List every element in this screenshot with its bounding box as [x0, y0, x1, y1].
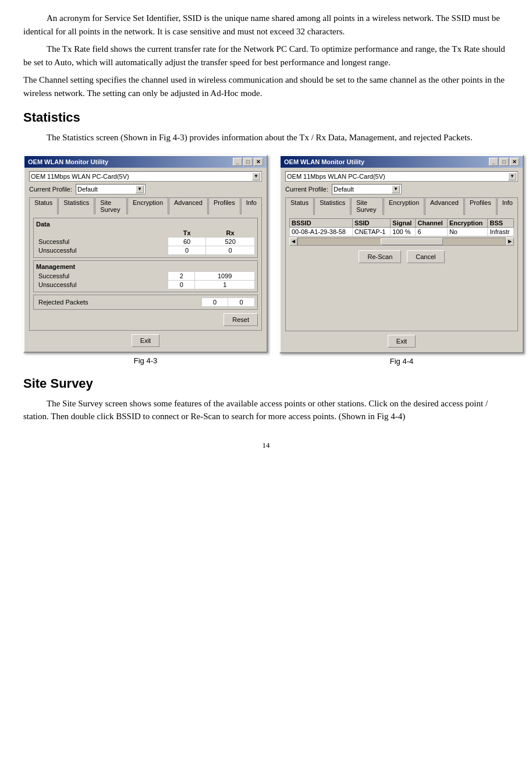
survey-bssid: 00-08-A1-29-38-58 [290, 227, 353, 236]
tab-sitesurvey-fig4[interactable]: Site Survey [351, 197, 383, 215]
tab-info-fig3[interactable]: Info [241, 197, 262, 214]
maximize-button[interactable]: □ [243, 158, 253, 166]
titlebar-buttons-fig4: _ □ ✕ [489, 158, 519, 166]
device-dropdown-fig4[interactable]: OEM 11Mbps WLAN PC-Card(5V) ▼ [285, 171, 518, 182]
exit-button-fig4[interactable]: Exit [388, 335, 416, 348]
table-row: Successful 2 1099 [36, 271, 255, 280]
fig3-tab-content: Data Tx Rx Success [29, 214, 262, 331]
col-encryption: Encryption [447, 218, 488, 227]
tab-status-fig3[interactable]: Status [29, 197, 58, 214]
dialog-fig4: OEM WLAN Monitor Utility _ □ ✕ OEM 11Mbp… [279, 155, 524, 353]
tab-sitesurvey-fig3[interactable]: Site Survey [95, 197, 127, 214]
col-signal: Signal [391, 218, 416, 227]
data-table: Tx Rx Successful 60 520 [36, 229, 255, 255]
profile-dropdown[interactable]: Default ▼ [76, 184, 146, 194]
rejected-table: Rejected Packets 0 0 [36, 298, 255, 307]
tab-status-fig4[interactable]: Status [285, 197, 314, 215]
dropdown-arrow-icon-fig4: ▼ [510, 173, 515, 179]
device-row: OEM 11Mbps WLAN PC-Card(5V) ▼ [29, 171, 262, 182]
close-button[interactable]: ✕ [254, 158, 263, 166]
exit-button-fig3[interactable]: Exit [132, 334, 159, 347]
col-ssid: SSID [352, 218, 390, 227]
tab-advanced-fig4[interactable]: Advanced [425, 197, 464, 215]
profile-row: Current Profile: Default ▼ [29, 184, 262, 194]
tab-profiles-fig3[interactable]: Profiles [208, 197, 240, 214]
tab-profiles-fig4[interactable]: Profiles [464, 197, 496, 215]
profile-dropdown-arrow-fig4[interactable]: ▼ [392, 185, 400, 193]
profile-arrow-icon: ▼ [137, 186, 142, 192]
mgmt-row-0-tx: 2 [168, 271, 195, 280]
management-section-title: Management [36, 263, 255, 270]
fig3-tabs-row: Status Statistics Site Survey Encryption… [29, 197, 262, 214]
fig4-tab-content: BSSID SSID Signal Channel Encryption BSS… [285, 215, 518, 331]
tab-encryption-fig3[interactable]: Encryption [127, 197, 168, 214]
data-row-1-label: Unsuccessful [36, 246, 168, 254]
mgmt-table: Successful 2 1099 Unsuccessful 0 1 [36, 271, 255, 289]
maximize-button-fig4[interactable]: □ [499, 158, 509, 166]
col-rx: Rx [206, 229, 255, 238]
profile-label-fig4: Current Profile: [285, 186, 328, 193]
table-row: Unsuccessful 0 0 [36, 246, 255, 254]
tab-info-fig4[interactable]: Info [497, 197, 518, 215]
tab-encryption-fig4[interactable]: Encryption [384, 197, 424, 215]
table-row: Rejected Packets 0 0 [36, 298, 255, 306]
device-dropdown-arrow[interactable]: ▼ [252, 172, 260, 180]
dialog-fig3: OEM WLAN Monitor Utility _ □ ✕ OEM 11Mbp… [23, 155, 268, 353]
horizontal-scrollbar: ◀ ▶ [289, 238, 514, 246]
survey-channel: 6 [416, 227, 447, 236]
tab-statistics-fig4[interactable]: Statistics [314, 197, 350, 215]
fig4-tabs-row: Status Statistics Site Survey Encryption… [285, 197, 518, 215]
figure-4-4: OEM WLAN Monitor Utility _ □ ✕ OEM 11Mbp… [279, 155, 524, 366]
statistics-section-title: Statistics [23, 110, 509, 125]
survey-header-row: BSSID SSID Signal Channel Encryption BSS [290, 218, 514, 227]
cancel-button[interactable]: Cancel [407, 250, 444, 263]
device-label: OEM 11Mbps WLAN PC-Card(5V) [31, 173, 129, 180]
table-row: Successful 60 520 [36, 237, 255, 246]
profile-dropdown-arrow[interactable]: ▼ [136, 185, 144, 193]
profile-row-fig4: Current Profile: Default ▼ [285, 184, 518, 194]
rejected-rx: 0 [228, 298, 255, 306]
data-row-0-label: Successful [36, 237, 168, 246]
profile-dropdown-fig4[interactable]: Default ▼ [332, 184, 402, 194]
profile-label: Current Profile: [29, 186, 72, 193]
dialog-fig4-body: OEM 11Mbps WLAN PC-Card(5V) ▼ Current Pr… [281, 168, 523, 352]
page-number: 14 [23, 441, 509, 450]
device-dropdown-arrow-fig4[interactable]: ▼ [508, 172, 516, 180]
scroll-track[interactable] [297, 238, 506, 246]
profile-arrow-icon-fig4: ▼ [393, 186, 398, 192]
titlebar-buttons: _ □ ✕ [233, 158, 263, 166]
device-dropdown[interactable]: OEM 11Mbps WLAN PC-Card(5V) ▼ [29, 171, 262, 182]
rescan-button[interactable]: Re-Scan [359, 250, 401, 263]
fig4-caption: Fig 4-4 [390, 357, 413, 366]
mgmt-row-1-label: Unsuccessful [36, 280, 168, 289]
dropdown-arrow-icon: ▼ [254, 173, 258, 179]
mgmt-row-1-tx: 0 [168, 280, 195, 289]
site-survey-section-title: Site Survey [23, 376, 509, 391]
close-button-fig4[interactable]: ✕ [510, 158, 519, 166]
survey-signal: 100 % [391, 227, 416, 236]
scroll-right-button[interactable]: ▶ [506, 238, 514, 246]
table-row[interactable]: 00-08-A1-29-38-58 CNETAP-1 100 % 6 No In… [290, 227, 514, 236]
management-section: Management Successful 2 1099 Unsuccessfu… [33, 260, 258, 292]
minimize-button-fig4[interactable]: _ [489, 158, 498, 166]
minimize-button[interactable]: _ [233, 158, 242, 166]
tab-statistics-fig3[interactable]: Statistics [58, 197, 94, 214]
dialog-fig4-titlebar: OEM WLAN Monitor Utility _ □ ✕ [281, 156, 523, 168]
rejected-section: Rejected Packets 0 0 [33, 295, 258, 310]
col-bssid: BSSID [290, 218, 353, 227]
data-row-1-rx: 0 [206, 246, 255, 254]
site-survey-description: The Site Survey screen shows some featur… [23, 397, 509, 423]
reset-button[interactable]: Reset [224, 313, 258, 326]
dialog-fig3-titlebar: OEM WLAN Monitor Utility _ □ ✕ [24, 156, 267, 168]
fig3-caption: Fig 4-3 [134, 356, 157, 365]
tab-advanced-fig3[interactable]: Advanced [169, 197, 208, 214]
paragraph-2: The Tx Rate field shows the current tran… [23, 42, 509, 69]
scroll-left-button[interactable]: ◀ [289, 238, 297, 246]
survey-bss: Infrastr [488, 227, 514, 236]
data-section-title: Data [36, 221, 255, 228]
data-row-1-tx: 0 [168, 246, 206, 254]
mgmt-row-0-rx: 1099 [195, 271, 255, 280]
paragraph-1: An acronym for Service Set Identifier, S… [23, 12, 509, 38]
rejected-label: Rejected Packets [36, 298, 201, 306]
survey-ssid: CNETAP-1 [352, 227, 390, 236]
